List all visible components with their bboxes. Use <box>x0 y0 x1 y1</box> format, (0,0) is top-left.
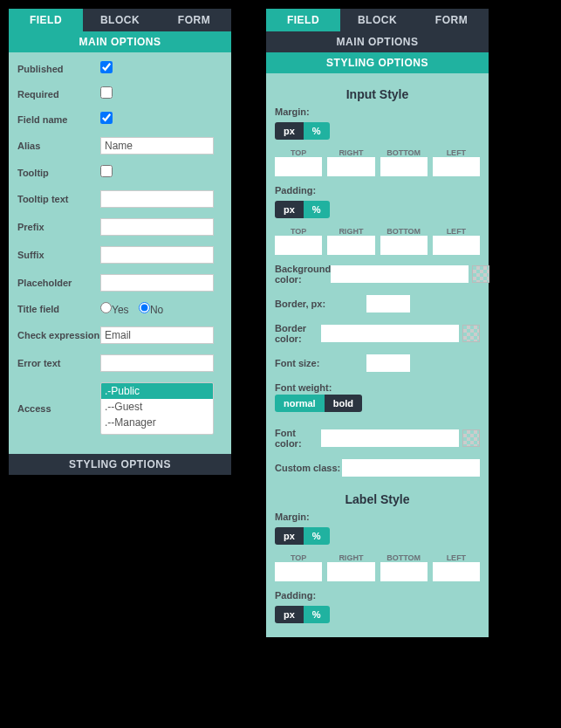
label-margin-right-input[interactable] <box>327 562 374 581</box>
prefix-label: Prefix <box>17 222 100 232</box>
main-options-collapsed[interactable]: MAIN OPTIONS <box>266 31 489 52</box>
titlefield-label: Title field <box>17 304 100 314</box>
padding-unit-pct[interactable]: % <box>304 201 330 218</box>
margin-label: Margin: <box>275 106 480 117</box>
prefix-input[interactable] <box>100 218 214 236</box>
tab-form[interactable]: FORM <box>157 9 231 31</box>
label-margin-bottom-input[interactable] <box>380 562 428 581</box>
padding-label: Padding: <box>275 185 480 196</box>
fontweight-normal[interactable]: normal <box>275 395 325 412</box>
errortext-label: Error text <box>17 358 100 368</box>
no-label: No <box>150 304 163 316</box>
tooltiptext-input[interactable] <box>100 190 214 208</box>
padding-unit-px[interactable]: px <box>275 201 304 218</box>
spacing-top-label: TOP <box>275 148 322 157</box>
label-margin-top-input[interactable] <box>275 562 322 581</box>
required-checkbox[interactable] <box>100 86 113 99</box>
label-padding-unit-px[interactable]: px <box>275 606 304 623</box>
padding-right-input[interactable] <box>327 236 374 255</box>
label-style-title: Label Style <box>275 487 480 512</box>
yes-label: Yes <box>112 304 129 316</box>
suffix-input[interactable] <box>100 246 214 264</box>
fontsize-input[interactable] <box>366 354 410 372</box>
placeholder-input[interactable] <box>100 274 214 292</box>
margin-unit-pct[interactable]: % <box>304 122 330 140</box>
fontsize-label: Font size: <box>275 358 366 368</box>
tab-field-right[interactable]: FIELD <box>266 9 340 31</box>
margin-left-input[interactable] <box>433 157 480 176</box>
tooltip-label: Tooltip <box>17 168 100 178</box>
tab-block-right[interactable]: BLOCK <box>340 9 414 31</box>
padding-top-input[interactable] <box>275 236 322 255</box>
label-padding-unit-toggle: px % <box>275 606 330 623</box>
margin-top-input[interactable] <box>275 157 322 176</box>
customclass-input[interactable] <box>342 459 480 477</box>
label-padding-unit-pct[interactable]: % <box>304 606 330 623</box>
bordercolor-label: Border color: <box>275 323 321 344</box>
styling-body: Input Style Margin: px % TOP RIGHT BOTTO… <box>266 73 489 637</box>
published-checkbox[interactable] <box>100 61 113 73</box>
main-options-header: MAIN OPTIONS <box>9 31 231 52</box>
errortext-input[interactable] <box>100 354 214 372</box>
fontweight-bold[interactable]: bold <box>325 395 362 412</box>
label-margin-unit-pct[interactable]: % <box>304 527 330 545</box>
checkexpression-input[interactable] <box>100 326 214 344</box>
published-label: Published <box>17 64 100 74</box>
label-margin-unit-px[interactable]: px <box>275 527 304 545</box>
tab-field[interactable]: FIELD <box>9 9 83 31</box>
access-option-public[interactable]: .-Public <box>101 383 213 399</box>
tab-form-right[interactable]: FORM <box>414 9 489 31</box>
styling-options-collapsed[interactable]: STYLING OPTIONS <box>9 454 231 475</box>
padding-unit-toggle: px % <box>275 201 330 218</box>
spacing-right-label: RIGHT <box>327 148 374 157</box>
bgcolor-input[interactable] <box>331 265 469 283</box>
label-margin-label: Margin: <box>275 512 480 522</box>
access-listbox[interactable]: .-Public .--Guest .--Manager .---Adminis… <box>100 382 214 435</box>
access-option-guest[interactable]: .--Guest <box>101 399 213 415</box>
label-margin-unit-toggle: px % <box>275 527 330 545</box>
titlefield-no-radio[interactable] <box>139 302 150 313</box>
styling-options-header: STYLING OPTIONS <box>266 52 489 73</box>
fontcolor-label: Font color: <box>275 428 321 449</box>
suffix-label: Suffix <box>17 250 100 260</box>
fontweight-toggle: normal bold <box>275 395 362 412</box>
access-label: Access <box>17 403 100 414</box>
bgcolor-swatch[interactable] <box>472 265 489 283</box>
padding-bottom-input[interactable] <box>380 236 428 255</box>
spacing-bottom-label: BOTTOM <box>380 148 428 157</box>
right-panel: FIELD BLOCK FORM MAIN OPTIONS STYLING OP… <box>266 9 489 719</box>
fontcolor-input[interactable] <box>321 429 459 447</box>
main-options-body: Published Required Field name Alias Tool… <box>9 52 231 454</box>
placeholder-label: Placeholder <box>17 278 100 288</box>
tooltip-checkbox[interactable] <box>100 165 113 177</box>
fontweight-label: Font weight: <box>275 382 480 393</box>
fieldname-label: Field name <box>17 114 100 125</box>
label-padding-label: Padding: <box>275 590 480 601</box>
spacing-left-label: LEFT <box>433 148 480 157</box>
titlefield-yes-radio[interactable] <box>100 302 112 313</box>
tabs: FIELD BLOCK FORM <box>9 9 231 31</box>
borderpx-input[interactable] <box>366 295 410 312</box>
margin-right-input[interactable] <box>327 157 374 176</box>
label-margin-left-input[interactable] <box>433 562 480 581</box>
required-label: Required <box>17 89 100 100</box>
fieldname-checkbox[interactable] <box>100 112 113 124</box>
tab-block[interactable]: BLOCK <box>83 9 157 31</box>
padding-left-input[interactable] <box>433 236 480 255</box>
alias-label: Alias <box>17 141 100 151</box>
left-panel: FIELD BLOCK FORM MAIN OPTIONS Published … <box>9 9 231 719</box>
access-option-manager[interactable]: .--Manager <box>101 415 213 430</box>
bordercolor-input[interactable] <box>321 325 459 342</box>
customclass-label: Custom class: <box>275 463 342 473</box>
margin-unit-px[interactable]: px <box>275 122 304 140</box>
margin-bottom-input[interactable] <box>380 157 428 176</box>
bordercolor-swatch[interactable] <box>462 325 480 342</box>
checkexpression-label: Check expression <box>17 330 100 340</box>
input-style-title: Input Style <box>275 82 480 106</box>
alias-input[interactable] <box>100 137 214 155</box>
borderpx-label: Border, px: <box>275 299 366 309</box>
tooltiptext-label: Tooltip text <box>17 194 100 204</box>
bgcolor-label: Background color: <box>275 264 331 285</box>
fontcolor-swatch[interactable] <box>462 429 480 447</box>
access-option-administrator[interactable]: .---Administrator <box>101 430 213 435</box>
